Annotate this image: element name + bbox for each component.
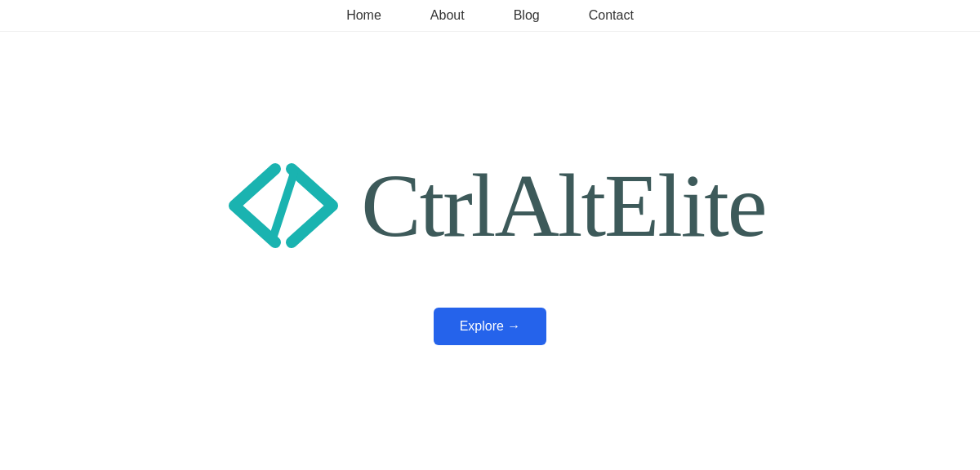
nav-blog[interactable]: Blog [514,8,540,23]
brand-name: CtrlAltElite [361,161,765,251]
svg-line-0 [273,173,294,238]
code-brackets-icon [214,153,345,259]
hero-section: CtrlAltElite Explore → [0,32,980,465]
nav-contact[interactable]: Contact [589,8,634,23]
explore-button[interactable]: Explore → [434,308,547,345]
main-nav: Home About Blog Contact [0,0,980,32]
nav-home[interactable]: Home [346,8,381,23]
logo-area: CtrlAltElite [214,153,765,259]
nav-about[interactable]: About [430,8,465,23]
